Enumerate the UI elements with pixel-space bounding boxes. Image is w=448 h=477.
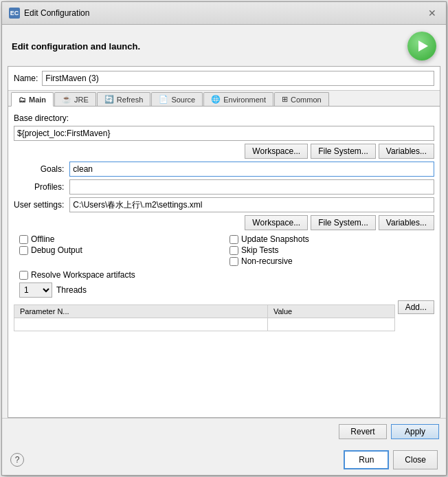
tab-common[interactable]: ⊞ Common bbox=[274, 92, 329, 106]
skip-tests-checkbox-item: Skip Tests bbox=[229, 245, 434, 255]
resolve-workspace-row: Resolve Workspace artifacts bbox=[19, 270, 434, 280]
update-snapshots-checkbox[interactable] bbox=[229, 235, 238, 244]
name-input[interactable] bbox=[42, 71, 434, 86]
user-settings-input[interactable] bbox=[69, 197, 434, 212]
non-recursive-label: Non-recursive bbox=[241, 256, 293, 266]
title-bar-left: EC Edit Configuration bbox=[9, 8, 89, 19]
header-title: Edit configuration and launch. bbox=[12, 41, 140, 52]
filesystem-button-2[interactable]: File System... bbox=[311, 215, 376, 230]
skip-tests-label: Skip Tests bbox=[241, 245, 278, 255]
goals-label: Goals: bbox=[14, 164, 64, 174]
variables-button-1[interactable]: Variables... bbox=[379, 144, 434, 159]
threads-select[interactable]: 1 2 4 bbox=[19, 282, 52, 298]
non-recursive-checkbox[interactable] bbox=[229, 257, 238, 266]
environment-tab-icon: 🌐 bbox=[211, 95, 221, 104]
tab-content-main: Base directory: Workspace... File System… bbox=[8, 107, 440, 417]
base-directory-input[interactable] bbox=[14, 126, 434, 141]
bottom-bar: ? Run Close bbox=[2, 445, 446, 475]
name-label: Name: bbox=[14, 74, 38, 83]
close-x-button[interactable]: ✕ bbox=[425, 6, 439, 20]
refresh-tab-icon: 🔄 bbox=[104, 95, 114, 104]
base-dir-buttons: Workspace... File System... Variables... bbox=[14, 144, 434, 159]
checkbox-group: Offline Update Snapshots Debug Output Sk… bbox=[19, 234, 434, 266]
tabs-bar: 🗂 Main ☕ JRE 🔄 Refresh 📄 Source 🌐 Enviro… bbox=[8, 91, 440, 107]
variables-button-2[interactable]: Variables... bbox=[379, 215, 434, 230]
workspace-button-2[interactable]: Workspace... bbox=[245, 215, 308, 230]
common-tab-label: Common bbox=[291, 96, 322, 104]
header-area: Edit configuration and launch. bbox=[2, 25, 446, 66]
footer-buttons: Revert Apply bbox=[2, 418, 446, 445]
update-snapshots-label: Update Snapshots bbox=[241, 234, 309, 244]
run-icon-button[interactable] bbox=[407, 32, 436, 60]
goals-profiles-grid: Goals: Profiles: User settings: bbox=[14, 162, 434, 212]
title-bar: EC Edit Configuration ✕ bbox=[2, 2, 446, 25]
offline-label: Offline bbox=[31, 234, 54, 244]
source-tab-label: Source bbox=[171, 96, 195, 104]
bottom-right-buttons: Run Close bbox=[344, 450, 438, 469]
debug-output-checkbox[interactable] bbox=[19, 246, 28, 255]
offline-checkbox[interactable] bbox=[19, 235, 28, 244]
revert-button[interactable]: Revert bbox=[339, 424, 387, 439]
tab-main[interactable]: 🗂 Main bbox=[11, 92, 54, 107]
goals-input[interactable] bbox=[69, 162, 434, 177]
debug-output-checkbox-item: Debug Output bbox=[19, 245, 224, 255]
param-name-header: Parameter N... bbox=[14, 305, 268, 318]
update-snapshots-checkbox-item: Update Snapshots bbox=[229, 234, 434, 244]
dialog-icon: EC bbox=[9, 8, 20, 19]
tab-refresh[interactable]: 🔄 Refresh bbox=[97, 92, 151, 106]
table-row bbox=[14, 318, 395, 331]
profiles-label: Profiles: bbox=[14, 182, 64, 192]
workspace-button-1[interactable]: Workspace... bbox=[245, 144, 308, 159]
skip-tests-checkbox[interactable] bbox=[229, 246, 238, 255]
tab-jre[interactable]: ☕ JRE bbox=[54, 92, 96, 106]
environment-tab-label: Environment bbox=[223, 96, 266, 104]
threads-label: Threads bbox=[56, 285, 87, 295]
user-settings-label: User settings: bbox=[14, 200, 64, 210]
profiles-input[interactable] bbox=[69, 179, 434, 195]
main-panel: Name: 🗂 Main ☕ JRE 🔄 Refresh 📄 Source � bbox=[8, 66, 440, 418]
source-tab-icon: 📄 bbox=[159, 95, 168, 104]
param-value-header: Value bbox=[267, 305, 394, 318]
threads-row: 1 2 4 Threads bbox=[19, 282, 434, 298]
edit-configuration-dialog: EC Edit Configuration ✕ Edit configurati… bbox=[1, 1, 447, 476]
resolve-workspace-checkbox[interactable] bbox=[19, 271, 28, 280]
main-tab-label: Main bbox=[29, 96, 46, 104]
apply-button[interactable]: Apply bbox=[391, 424, 439, 439]
jre-tab-icon: ☕ bbox=[62, 95, 71, 104]
run-button[interactable]: Run bbox=[344, 450, 389, 469]
jre-tab-label: JRE bbox=[74, 96, 89, 104]
params-table: Parameter N... Value bbox=[14, 304, 395, 331]
name-row: Name: bbox=[8, 67, 440, 91]
offline-checkbox-item: Offline bbox=[19, 234, 224, 244]
params-area: Parameter N... Value Add... bbox=[14, 300, 434, 331]
base-directory-label: Base directory: bbox=[14, 113, 434, 123]
add-param-button[interactable]: Add... bbox=[398, 300, 434, 314]
common-tab-icon: ⊞ bbox=[282, 95, 288, 104]
tab-source[interactable]: 📄 Source bbox=[151, 92, 203, 106]
help-button[interactable]: ? bbox=[10, 453, 24, 467]
user-settings-buttons: Workspace... File System... Variables... bbox=[14, 215, 434, 230]
tab-environment[interactable]: 🌐 Environment bbox=[203, 92, 273, 106]
filesystem-button-1[interactable]: File System... bbox=[311, 144, 376, 159]
dialog-title: Edit Configuration bbox=[24, 8, 89, 18]
main-tab-icon: 🗂 bbox=[19, 96, 26, 104]
refresh-tab-label: Refresh bbox=[117, 96, 144, 104]
resolve-workspace-label: Resolve Workspace artifacts bbox=[31, 270, 135, 280]
non-recursive-col: Non-recursive bbox=[229, 256, 434, 266]
debug-output-label: Debug Output bbox=[31, 245, 82, 255]
close-button[interactable]: Close bbox=[393, 450, 438, 469]
